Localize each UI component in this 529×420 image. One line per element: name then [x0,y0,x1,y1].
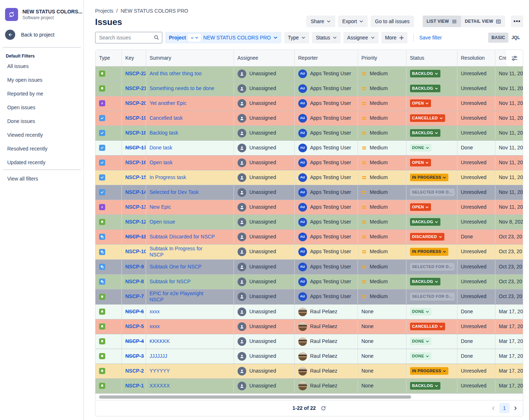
breadcrumb-projects[interactable]: Projects [95,8,114,14]
sidebar-item-viewed-recently[interactable]: Viewed recently [0,128,84,142]
column-settings-button[interactable] [506,50,523,66]
issue-key-link[interactable]: NSCP-8 [125,279,144,284]
issue-summary-link[interactable]: Subtask for NSCP [150,279,191,284]
status-badge[interactable]: DONE [410,144,431,152]
issue-summary-link[interactable]: Open issue [150,219,175,225]
issue-key-link[interactable]: NSCP-11 [125,234,146,239]
issue-key-link[interactable]: NSCP-14 [125,189,146,195]
save-filter-link[interactable]: Save filter [419,35,442,41]
issue-summary-link[interactable]: xxxx [150,309,160,314]
sidebar-item-reported-by-me[interactable]: Reported by me [0,87,84,101]
view-all-filters-link[interactable]: View all filters [0,170,84,186]
column-header-priority[interactable]: Priority [358,50,406,66]
issue-summary-link[interactable]: Done task [150,145,172,150]
cell-assignee[interactable]: Unassigned [234,349,294,364]
search-input[interactable] [95,32,162,43]
prev-page-button[interactable] [490,404,497,412]
cell-assignee[interactable]: Unassigned [234,200,294,215]
filter-chip-status[interactable]: Status [312,32,341,43]
cell-reporter[interactable]: AUApps Testing User [294,215,358,229]
sidebar-item-updated-recently[interactable]: Updated recently [0,156,84,169]
sidebar-item-all-issues[interactable]: All issues [0,59,84,73]
project-operator-dropdown[interactable]: = [188,34,201,42]
issue-summary-link[interactable]: Subtask One for NSCP [150,264,202,270]
cell-assignee[interactable]: Unassigned [234,96,294,111]
sidebar-item-open-issues[interactable]: Open issues [0,101,84,114]
issue-key-link[interactable]: NSCP-12 [125,219,146,225]
cell-assignee[interactable]: Unassigned [234,66,294,81]
issue-key-link[interactable]: NSCP-4 [125,338,144,344]
issue-summary-link[interactable]: Selected for Dev Task [150,189,199,195]
column-header-reporter[interactable]: Reporter [294,50,358,66]
cell-reporter[interactable]: AUApps Testing User [294,244,358,259]
cell-assignee[interactable]: Unassigned [234,274,294,289]
detail-view-tab[interactable]: DETAIL VIEW [461,16,505,27]
refresh-icon[interactable] [320,406,326,411]
issue-summary-link[interactable]: JJJJJJJ [150,353,167,359]
issue-summary-link[interactable]: New Epic [150,204,171,210]
cell-assignee[interactable]: Unassigned [234,170,294,185]
cell-reporter[interactable]: Raul Pelaez [294,334,358,349]
more-actions-button[interactable]: ••• [511,16,523,27]
issue-summary-link[interactable]: Open task [150,160,173,165]
issue-summary-link[interactable]: YYYYYY [150,368,170,374]
cell-assignee[interactable]: Unassigned [234,304,294,319]
jql-mode-button[interactable]: JQL [508,33,523,43]
cell-reporter[interactable]: AUApps Testing User [294,96,358,111]
cell-assignee[interactable]: Unassigned [234,111,294,126]
filter-chip-assignee[interactable]: Assignee [344,32,379,43]
cell-reporter[interactable]: Raul Pelaez [294,349,358,364]
cell-reporter[interactable]: AUApps Testing User [294,111,358,126]
filter-chip-type[interactable]: Type [284,32,309,43]
cell-assignee[interactable]: Unassigned [234,229,294,244]
status-badge[interactable]: IN PROGRESS [410,174,449,182]
status-badge[interactable]: DONE [410,308,431,316]
issue-key-link[interactable]: NSCP-10 [125,249,146,254]
issue-key-link[interactable]: NSCP-22 [125,71,146,76]
cell-reporter[interactable]: AUApps Testing User [294,81,358,96]
export-button[interactable]: Export [338,16,368,27]
cell-assignee[interactable]: Unassigned [234,81,294,96]
issue-summary-link[interactable]: KKKKKK [150,338,170,344]
status-badge[interactable]: DISCARDED [410,233,444,241]
cell-reporter[interactable]: AUApps Testing User [294,289,358,304]
column-header-status[interactable]: Status [406,50,457,66]
back-to-project-button[interactable]: Back to project [0,30,84,40]
cell-reporter[interactable]: Raul Pelaez [294,378,358,393]
issue-key-link[interactable]: NSCP-19 [125,115,146,121]
issue-key-link[interactable]: NSCP-15 [125,174,146,180]
project-header[interactable]: NEW STATUS COLORS... Software project [0,8,84,21]
issue-summary-link[interactable]: Something needs to be done [150,85,214,91]
issue-summary-link[interactable]: In Progress task [150,174,186,180]
cell-reporter[interactable]: AUApps Testing User [294,126,358,140]
issue-key-link[interactable]: NSCP-5 [125,323,144,329]
status-badge[interactable]: BACKLOG [410,70,440,78]
status-badge[interactable]: BACKLOG [410,85,440,93]
sidebar-item-my-open-issues[interactable]: My open issues [0,73,84,87]
issue-key-link[interactable]: NSCP-3 [125,353,144,359]
cell-reporter[interactable]: AUApps Testing User [294,200,358,215]
status-badge[interactable]: IN PROGRESS [410,248,449,256]
cell-assignee[interactable]: Unassigned [234,259,294,274]
issue-key-link[interactable]: NSCP-16 [125,160,146,165]
cell-reporter[interactable]: AUApps Testing User [294,185,358,200]
cell-assignee[interactable]: Unassigned [234,244,294,259]
page-number-button[interactable]: 1 [499,403,509,413]
column-header-resolution[interactable]: Resolution [457,50,495,66]
next-page-button[interactable] [512,404,519,412]
cell-reporter[interactable]: AUApps Testing User [294,155,358,170]
issue-summary-link[interactable]: Cancelled task [150,115,183,121]
sidebar-item-resolved-recently[interactable]: Resolved recently [0,142,84,156]
issue-key-link[interactable]: NSCP-17 [125,145,146,150]
issue-key-link[interactable]: NSCP-6 [125,309,144,314]
issue-summary-link[interactable]: Backlog task [150,130,178,136]
cell-assignee[interactable]: Unassigned [234,126,294,140]
status-badge[interactable]: SELECTED FOR D... [410,188,455,196]
status-badge[interactable]: DONE [410,352,431,360]
status-badge[interactable]: OPEN [410,159,431,167]
cell-reporter[interactable]: AUApps Testing User [294,274,358,289]
issue-summary-link[interactable]: Yet another Epic [150,100,187,106]
cell-assignee[interactable]: Unassigned [234,289,294,304]
go-to-all-issues-button[interactable]: Go to all issues [371,16,414,27]
cell-assignee[interactable]: Unassigned [234,364,294,378]
